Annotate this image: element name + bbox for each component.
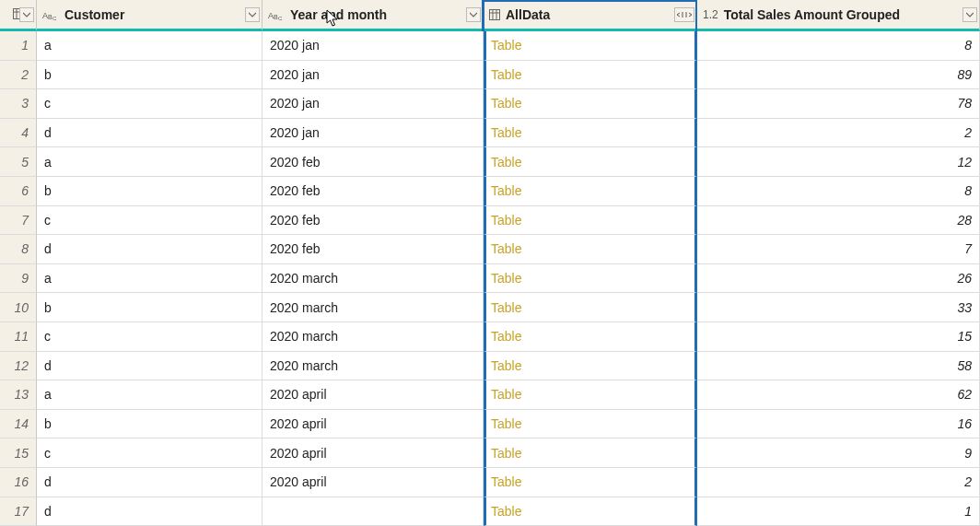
table-link[interactable]: Table — [491, 96, 521, 111]
table-link[interactable]: Table — [491, 183, 521, 198]
cell-year-month[interactable]: 2020 jan — [262, 61, 484, 90]
table-link[interactable]: Table — [491, 416, 521, 431]
cell-year-month[interactable]: 2020 jan — [262, 31, 484, 61]
row-number[interactable]: 15 — [0, 438, 37, 468]
cell-customer[interactable]: d — [37, 497, 262, 527]
cell-year-month[interactable] — [262, 497, 484, 527]
cell-customer[interactable]: a — [37, 264, 262, 294]
cell-total-sales[interactable]: 78 — [697, 89, 980, 119]
row-number[interactable]: 10 — [0, 293, 37, 322]
cell-customer[interactable]: d — [37, 468, 262, 497]
cell-year-month[interactable]: 2020 feb — [262, 177, 484, 206]
select-all-corner[interactable] — [0, 0, 37, 31]
table-link[interactable]: Table — [491, 329, 521, 344]
cell-alldata[interactable]: Table — [484, 177, 697, 206]
cell-year-month[interactable]: 2020 april — [262, 468, 484, 497]
cell-customer[interactable]: d — [37, 235, 262, 264]
row-number[interactable]: 1 — [0, 31, 37, 61]
cell-customer[interactable]: c — [37, 89, 262, 119]
cell-customer[interactable]: c — [37, 322, 262, 352]
filter-dropdown[interactable] — [245, 7, 260, 22]
table-link[interactable]: Table — [491, 358, 521, 373]
cell-total-sales[interactable]: 28 — [697, 206, 980, 236]
row-number[interactable]: 6 — [0, 177, 37, 206]
cell-year-month[interactable]: 2020 april — [262, 380, 484, 410]
cell-year-month[interactable]: 2020 april — [262, 410, 484, 439]
cell-customer[interactable]: a — [37, 380, 262, 410]
cell-alldata[interactable]: Table — [484, 235, 697, 264]
row-number[interactable]: 7 — [0, 206, 37, 236]
cell-total-sales[interactable]: 2 — [697, 468, 980, 497]
cell-alldata[interactable]: Table — [484, 380, 697, 410]
cell-customer[interactable]: a — [37, 147, 262, 177]
table-link[interactable]: Table — [491, 67, 521, 82]
column-header-customer[interactable]: ABC Customer — [37, 0, 262, 31]
cell-alldata[interactable]: Table — [484, 352, 697, 381]
table-link[interactable]: Table — [491, 241, 521, 256]
cell-total-sales[interactable]: 33 — [697, 293, 980, 322]
cell-alldata[interactable]: Table — [484, 119, 697, 148]
cell-alldata[interactable]: Table — [484, 468, 697, 497]
cell-customer[interactable]: b — [37, 293, 262, 322]
cell-customer[interactable]: c — [37, 438, 262, 468]
table-link[interactable]: Table — [491, 38, 521, 53]
cell-alldata[interactable]: Table — [484, 147, 697, 177]
cell-customer[interactable]: a — [37, 31, 262, 61]
cell-total-sales[interactable]: 62 — [697, 380, 980, 410]
table-link[interactable]: Table — [491, 213, 521, 228]
cell-customer[interactable]: b — [37, 61, 262, 90]
cell-total-sales[interactable]: 89 — [697, 61, 980, 90]
cell-year-month[interactable]: 2020 march — [262, 352, 484, 381]
table-link[interactable]: Table — [491, 125, 521, 140]
cell-year-month[interactable]: 2020 jan — [262, 89, 484, 119]
row-number[interactable]: 16 — [0, 468, 37, 497]
cell-alldata[interactable]: Table — [484, 31, 697, 61]
cell-year-month[interactable]: 2020 feb — [262, 206, 484, 236]
cell-alldata[interactable]: Table — [484, 89, 697, 119]
filter-dropdown[interactable] — [466, 7, 481, 22]
corner-dropdown[interactable] — [19, 7, 34, 22]
column-header-year-month[interactable]: ABC Year and month — [262, 0, 484, 31]
table-link[interactable]: Table — [491, 271, 521, 286]
cell-alldata[interactable]: Table — [484, 322, 697, 352]
cell-total-sales[interactable]: 26 — [697, 264, 980, 294]
cell-total-sales[interactable]: 2 — [697, 119, 980, 148]
cell-year-month[interactable]: 2020 april — [262, 438, 484, 468]
column-header-alldata[interactable]: AllData — [484, 0, 697, 31]
cell-alldata[interactable]: Table — [484, 264, 697, 294]
table-link[interactable]: Table — [491, 504, 521, 519]
cell-alldata[interactable]: Table — [484, 497, 697, 527]
table-link[interactable]: Table — [491, 155, 521, 169]
row-number[interactable]: 14 — [0, 410, 37, 439]
cell-alldata[interactable]: Table — [484, 293, 697, 322]
table-link[interactable]: Table — [491, 446, 521, 461]
cell-total-sales[interactable]: 8 — [697, 177, 980, 206]
cell-year-month[interactable]: 2020 feb — [262, 147, 484, 177]
cell-year-month[interactable]: 2020 feb — [262, 235, 484, 264]
row-number[interactable]: 13 — [0, 380, 37, 410]
cell-total-sales[interactable]: 15 — [697, 322, 980, 352]
row-number[interactable]: 5 — [0, 147, 37, 177]
row-number[interactable]: 3 — [0, 89, 37, 119]
table-link[interactable]: Table — [491, 300, 521, 315]
row-number[interactable]: 17 — [0, 497, 37, 527]
filter-dropdown[interactable] — [962, 7, 977, 22]
column-header-total-sales[interactable]: 1.2 Total Sales Amount Grouped — [697, 0, 980, 31]
cell-year-month[interactable]: 2020 march — [262, 264, 484, 294]
row-number[interactable]: 11 — [0, 322, 37, 352]
cell-total-sales[interactable]: 7 — [697, 235, 980, 264]
cell-customer[interactable]: b — [37, 177, 262, 206]
row-number[interactable]: 2 — [0, 61, 37, 90]
row-number[interactable]: 9 — [0, 264, 37, 294]
cell-total-sales[interactable]: 8 — [697, 31, 980, 61]
cell-alldata[interactable]: Table — [484, 61, 697, 90]
cell-total-sales[interactable]: 9 — [697, 438, 980, 468]
cell-total-sales[interactable]: 58 — [697, 352, 980, 381]
cell-customer[interactable]: b — [37, 410, 262, 439]
cell-alldata[interactable]: Table — [484, 438, 697, 468]
cell-customer[interactable]: d — [37, 352, 262, 381]
row-number[interactable]: 12 — [0, 352, 37, 381]
cell-customer[interactable]: d — [37, 119, 262, 148]
row-number[interactable]: 8 — [0, 235, 37, 264]
cell-year-month[interactable]: 2020 march — [262, 293, 484, 322]
